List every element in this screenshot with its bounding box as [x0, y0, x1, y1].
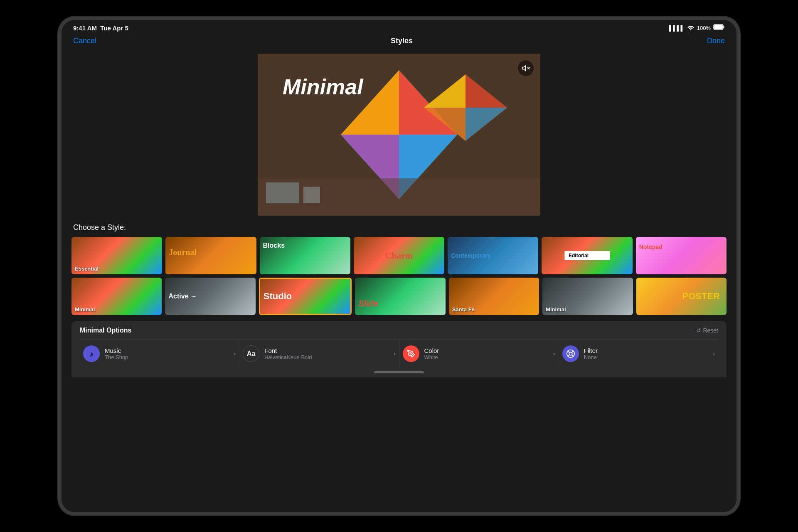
option-font-text: Font HelveticaNeue Bold	[264, 347, 389, 360]
battery-icon	[713, 24, 725, 32]
font-chevron-icon: ›	[394, 350, 396, 357]
wifi-icon	[687, 25, 695, 32]
svg-rect-12	[258, 178, 540, 216]
style-minimal2[interactable]: Minimal	[542, 278, 633, 315]
reset-icon: ↺	[696, 327, 701, 334]
options-row: ♪ Music The Shop › Aa Font HelveticaNeue…	[80, 339, 718, 368]
option-font-label: Font	[264, 347, 389, 354]
style-contemporary-label: Contemporary	[448, 250, 538, 261]
ipad-frame: 9:41 AM Tue Apr 5 ▌▌▌▌ 100%	[58, 17, 740, 515]
page-title: Styles	[391, 37, 413, 45]
style-active-label: Active →	[165, 290, 255, 303]
color-chevron-icon: ›	[553, 350, 555, 357]
options-title: Minimal Options	[80, 327, 131, 334]
home-bar	[374, 371, 424, 373]
style-poster[interactable]: POSTER	[636, 278, 727, 315]
style-contemporary[interactable]: Contemporary	[448, 237, 538, 274]
status-time: 9:41 AM Tue Apr 5	[73, 25, 128, 32]
svg-line-21	[568, 351, 569, 353]
svg-line-22	[571, 355, 573, 357]
style-journal-label: Journal	[165, 245, 256, 260]
svg-point-20	[569, 352, 572, 355]
reset-label: Reset	[703, 327, 718, 334]
style-journal[interactable]: Journal	[165, 237, 256, 274]
style-charm[interactable]: Charm	[354, 237, 444, 274]
options-section: Minimal Options ↺ Reset ♪ Music The Shop…	[71, 321, 727, 368]
music-chevron-icon: ›	[234, 350, 236, 357]
style-editorial-label: Editorial	[564, 251, 610, 260]
filter-chevron-icon: ›	[713, 350, 715, 357]
battery-text: 100%	[697, 25, 711, 31]
option-music-value: The Shop	[105, 354, 229, 360]
style-essential[interactable]: Essential	[71, 237, 162, 274]
style-minimal-label: Minimal	[71, 304, 162, 315]
svg-rect-14	[303, 187, 320, 203]
option-font[interactable]: Aa Font HelveticaNeue Bold ›	[239, 340, 399, 368]
svg-point-18	[410, 353, 411, 354]
status-right: ▌▌▌▌ 100%	[669, 24, 725, 32]
option-filter-value: None	[584, 354, 708, 360]
status-bar: 9:41 AM Tue Apr 5 ▌▌▌▌ 100%	[62, 20, 736, 34]
option-color-value: White	[424, 354, 549, 360]
filter-icon	[562, 345, 579, 362]
option-music[interactable]: ♪ Music The Shop ›	[80, 340, 239, 368]
option-filter-text: Filter None	[584, 347, 708, 360]
font-icon: Aa	[243, 345, 259, 362]
style-row-1: Essential Journal Blocks Charm	[71, 237, 727, 274]
music-icon: ♪	[83, 345, 100, 362]
option-color-text: Color White	[424, 347, 549, 360]
mute-button[interactable]	[518, 60, 534, 76]
style-charm-label: Charm	[354, 248, 444, 264]
style-slide-label: Slide	[355, 296, 445, 311]
style-santafe-label: Santa Fe	[449, 304, 539, 315]
style-editorial[interactable]: Editorial	[542, 237, 632, 274]
option-color-label: Color	[424, 347, 549, 354]
style-minimal[interactable]: Minimal	[71, 278, 162, 315]
done-button[interactable]: Done	[707, 37, 725, 45]
svg-line-25	[568, 355, 569, 357]
style-minimal2-label: Minimal	[542, 304, 633, 315]
svg-rect-13	[266, 182, 299, 203]
style-notepad[interactable]: Notepad	[636, 237, 727, 274]
nav-bar: Cancel Styles Done	[62, 34, 736, 49]
style-blocks-label: Blocks	[263, 242, 285, 249]
video-preview: Minimal	[258, 54, 540, 216]
main-content: Minimal Choose a Style:	[62, 49, 736, 512]
styles-label: Choose a Style:	[71, 223, 727, 232]
option-font-value: HelveticaNeue Bold	[264, 354, 389, 360]
styles-section: Choose a Style: Essential Journal	[71, 223, 727, 315]
style-slide[interactable]: Slide	[355, 278, 445, 315]
option-filter-label: Filter	[584, 347, 708, 354]
reset-button[interactable]: ↺ Reset	[696, 327, 718, 334]
options-header: Minimal Options ↺ Reset	[80, 327, 718, 334]
style-studio-label: Studio	[260, 288, 350, 304]
option-music-text: Music The Shop	[105, 347, 229, 360]
cancel-button[interactable]: Cancel	[73, 37, 96, 45]
style-active[interactable]: Active →	[165, 278, 255, 315]
style-blocks[interactable]: Blocks	[260, 237, 350, 274]
side-button[interactable]	[58, 153, 60, 170]
svg-marker-15	[522, 66, 526, 71]
style-essential-label: Essential	[71, 263, 162, 274]
style-santafe[interactable]: Santa Fe	[449, 278, 539, 315]
color-icon	[403, 345, 419, 362]
home-indicator	[71, 368, 727, 377]
style-notepad-label: Notepad	[636, 241, 727, 253]
style-studio[interactable]: Studio	[259, 278, 352, 315]
video-title: Minimal	[283, 74, 363, 99]
option-music-label: Music	[105, 347, 229, 354]
ipad-screen: 9:41 AM Tue Apr 5 ▌▌▌▌ 100%	[62, 20, 736, 512]
svg-rect-1	[714, 25, 723, 29]
signal-icon: ▌▌▌▌	[669, 25, 685, 31]
option-filter[interactable]: Filter None ›	[559, 340, 718, 368]
svg-line-24	[571, 351, 573, 352]
style-poster-label: POSTER	[679, 288, 723, 304]
style-row-2: Minimal Active → Studio Slide	[71, 278, 727, 315]
style-grid: Essential Journal Blocks Charm	[71, 237, 727, 315]
option-color[interactable]: Color White ›	[399, 340, 559, 368]
